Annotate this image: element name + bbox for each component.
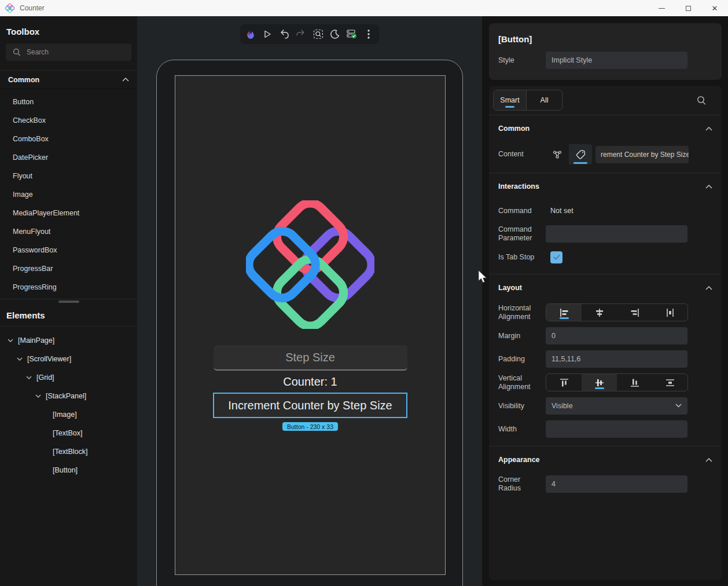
tab-all[interactable]: All (527, 90, 562, 110)
property-filter-tabs: Smart All (493, 90, 562, 111)
property-search-icon[interactable] (697, 96, 707, 105)
visibility-select[interactable]: Visible (546, 397, 687, 415)
h-align-right-button[interactable] (617, 304, 652, 321)
zoom-selection-icon[interactable] (312, 28, 325, 41)
binding-icon (552, 149, 562, 160)
toolbox-panel: Toolbox Search Common Button CheckBox Co… (0, 16, 137, 586)
counter-textblock: Counter: 1 (283, 375, 337, 389)
v-align-bottom-button[interactable] (617, 374, 652, 391)
section-layout-header[interactable]: Layout (489, 274, 722, 298)
tree-item-mainpage[interactable]: [MainPage] (0, 331, 137, 350)
v-align-stretch-icon (666, 379, 674, 387)
minimize-button[interactable] (648, 0, 675, 16)
toolbox-search-input[interactable]: Search (6, 43, 131, 61)
margin-label: Margin (498, 332, 546, 340)
toolbox-item-passwordbox[interactable]: PasswordBox (0, 241, 137, 259)
v-align-center-icon (595, 378, 604, 387)
chevron-down-icon[interactable] (16, 357, 23, 361)
active-toggle-underline (573, 162, 587, 164)
content-literal-mode-button[interactable] (569, 144, 592, 164)
window-title: Counter (20, 4, 45, 12)
design-toolbar (240, 24, 379, 44)
toolbox-item-menuflyout[interactable]: MenuFlyout (0, 222, 137, 241)
tree-item-grid[interactable]: [Grid] (0, 368, 137, 387)
v-align-center-button[interactable] (582, 374, 617, 391)
v-align-bottom-icon (631, 378, 639, 387)
chevron-down-icon[interactable] (35, 394, 42, 398)
section-interactions: Interactions Command Not set Command Par… (489, 173, 722, 274)
more-options-icon[interactable] (362, 28, 375, 41)
h-align-right-icon (630, 309, 639, 317)
section-interactions-header[interactable]: Interactions (489, 173, 722, 196)
undo-icon[interactable] (278, 28, 291, 41)
content-binding-mode-button[interactable] (546, 144, 569, 164)
toolbox-item-checkbox[interactable]: CheckBox (0, 111, 137, 130)
toolbox-section-common[interactable]: Common (0, 70, 137, 89)
hot-reload-flame-icon[interactable] (244, 28, 257, 41)
toolbox-item-datepicker[interactable]: DatePicker (0, 148, 137, 167)
corner-radius-label: Corner Radius (498, 475, 546, 493)
tree-item-image[interactable]: [Image] (0, 405, 137, 424)
section-common: Common Content (489, 115, 722, 173)
connection-status-ok-icon[interactable] (345, 28, 358, 41)
command-label: Command (498, 207, 546, 215)
toolbox-item-progressring[interactable]: ProgressRing (0, 278, 137, 296)
tree-item-button-selected[interactable]: [Button] (0, 461, 137, 479)
redo-icon[interactable] (295, 28, 307, 41)
play-icon[interactable] (261, 28, 274, 41)
style-input[interactable]: Implicit Style (546, 52, 687, 69)
h-align-center-button[interactable] (582, 304, 617, 321)
content-value-input[interactable]: rement Counter by Step Size (595, 146, 689, 163)
toolbox-item-button[interactable]: Button (0, 93, 137, 111)
close-button[interactable]: ✕ (701, 0, 728, 16)
tree-item-scrollviewer[interactable]: [ScrollViewer] (0, 350, 137, 368)
v-align-top-button[interactable] (546, 374, 582, 391)
chevron-down-icon (675, 404, 682, 408)
tab-smart[interactable]: Smart (494, 90, 527, 110)
chevron-up-icon (705, 458, 712, 462)
elements-tree: [MainPage] [ScrollViewer] [Grid] [StackP… (0, 326, 137, 479)
toolbox-item-combobox[interactable]: ComboBox (0, 130, 137, 148)
tree-item-stackpanel[interactable]: [StackPanel] (0, 387, 137, 405)
v-align-top-icon (560, 378, 568, 387)
mouse-cursor (478, 270, 488, 285)
h-align-left-button[interactable] (546, 304, 582, 321)
app-logo-icon (5, 3, 14, 13)
vertical-alignment-label: Vertical Alignment (498, 374, 546, 391)
design-canvas: Step Size Counter: 1 Increment Counter b… (137, 16, 482, 586)
h-align-stretch-button[interactable] (652, 304, 687, 321)
chevron-down-icon[interactable] (7, 339, 14, 342)
toolbox-item-mediaplayerelement[interactable]: MediaPlayerElement (0, 204, 137, 222)
toolbox-item-progressbar[interactable]: ProgressBar (0, 259, 137, 278)
chevron-down-icon[interactable] (25, 376, 32, 379)
padding-input[interactable]: 11,5,11,6 (546, 350, 687, 368)
vertical-alignment-control (546, 373, 688, 391)
toolbox-item-image[interactable]: Image (0, 185, 137, 204)
corner-radius-input[interactable]: 4 (546, 475, 687, 493)
check-icon (553, 254, 560, 260)
width-input[interactable] (546, 420, 687, 438)
toolbox-item-flyout[interactable]: Flyout (0, 167, 137, 185)
step-size-textbox[interactable]: Step Size (214, 345, 407, 371)
command-parameter-input[interactable] (546, 225, 687, 243)
content-label: Content (498, 150, 546, 159)
h-align-center-icon (595, 309, 604, 317)
style-label: Style (498, 56, 546, 64)
section-common-header[interactable]: Common (489, 115, 722, 138)
maximize-button[interactable] (675, 0, 701, 16)
increment-button-selected[interactable]: Increment Counter by Step Size (213, 393, 407, 418)
tree-item-textbox[interactable]: [TextBox] (0, 424, 137, 442)
margin-input[interactable]: 0 (546, 327, 687, 345)
device-frame: Step Size Counter: 1 Increment Counter b… (156, 60, 463, 586)
section-appearance-header[interactable]: Appearance (489, 446, 722, 470)
theme-moon-icon[interactable] (329, 28, 341, 41)
v-align-stretch-button[interactable] (652, 374, 687, 391)
is-tab-stop-checkbox[interactable] (550, 251, 562, 263)
toolbox-list: Button CheckBox ComboBox DatePicker Flyo… (0, 89, 137, 296)
horizontal-alignment-control (546, 303, 688, 321)
tree-item-textblock[interactable]: [TextBlock] (0, 442, 137, 461)
search-icon (13, 48, 21, 56)
panel-splitter[interactable] (0, 299, 137, 305)
window-titlebar: Counter ✕ (0, 0, 728, 16)
uno-platform-logo (246, 200, 374, 329)
